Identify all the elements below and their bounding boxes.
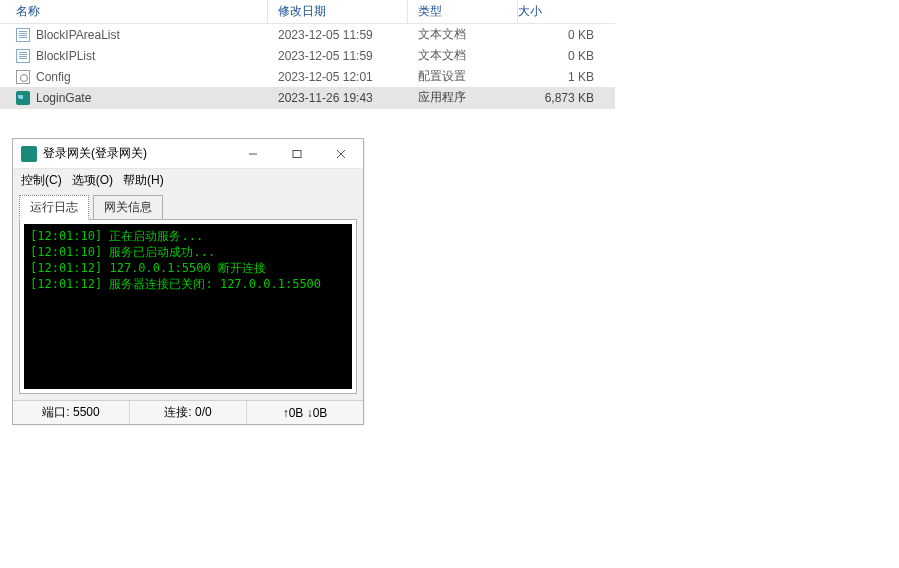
file-size: 0 KB	[518, 45, 608, 66]
file-date: 2023-12-05 11:59	[268, 45, 408, 66]
file-date: 2023-12-05 12:01	[268, 66, 408, 87]
window-controls	[231, 139, 363, 168]
minimize-button[interactable]	[231, 139, 275, 168]
file-name: Config	[36, 70, 71, 84]
tab-gateway-info[interactable]: 网关信息	[93, 195, 163, 220]
file-type: 应用程序	[408, 87, 518, 108]
file-name: LoginGate	[36, 91, 91, 105]
cfg-icon	[16, 70, 30, 84]
file-size: 0 KB	[518, 24, 608, 45]
doc-icon	[16, 49, 30, 63]
statusbar: 端口: 5500 连接: 0/0 ↑0B ↓0B	[13, 400, 363, 424]
status-port: 端口: 5500	[13, 401, 130, 424]
log-line: [12:01:12] 127.0.0.1:5500 断开连接	[30, 260, 346, 276]
file-size: 1 KB	[518, 66, 608, 87]
table-row[interactable]: LoginGate2023-11-26 19:43应用程序6,873 KB	[0, 87, 615, 108]
tab-strip: 运行日志 网关信息	[13, 191, 363, 220]
table-row[interactable]: BlockIPAreaList2023-12-05 11:59文本文档0 KB	[0, 24, 615, 45]
menu-help[interactable]: 帮助(H)	[123, 172, 164, 189]
column-header-date[interactable]: 修改日期	[268, 0, 408, 23]
file-type: 文本文档	[408, 24, 518, 45]
file-name: BlockIPList	[36, 49, 95, 63]
file-explorer: 名称 修改日期 类型 大小 BlockIPAreaList2023-12-05 …	[0, 0, 615, 109]
close-button[interactable]	[319, 139, 363, 168]
tab-run-log[interactable]: 运行日志	[19, 195, 89, 220]
table-row[interactable]: BlockIPList2023-12-05 11:59文本文档0 KB	[0, 45, 615, 66]
status-traffic: ↑0B ↓0B	[247, 401, 363, 424]
window-title: 登录网关(登录网关)	[43, 145, 231, 162]
svg-rect-1	[293, 150, 301, 157]
file-date: 2023-12-05 11:59	[268, 24, 408, 45]
maximize-button[interactable]	[275, 139, 319, 168]
menu-options[interactable]: 选项(O)	[72, 172, 113, 189]
column-header-size[interactable]: 大小	[518, 0, 608, 23]
login-gate-window: 登录网关(登录网关) 控制(C) 选项(O) 帮助(H) 运行日志 网关信息 […	[12, 138, 364, 425]
titlebar[interactable]: 登录网关(登录网关)	[13, 139, 363, 169]
explorer-body: BlockIPAreaList2023-12-05 11:59文本文档0 KBB…	[0, 24, 615, 108]
log-line: [12:01:10] 服务已启动成功...	[30, 244, 346, 260]
file-type: 配置设置	[408, 66, 518, 87]
file-type: 文本文档	[408, 45, 518, 66]
status-connections: 连接: 0/0	[130, 401, 247, 424]
file-name: BlockIPAreaList	[36, 28, 120, 42]
tab-content: [12:01:10] 正在启动服务...[12:01:10] 服务已启动成功..…	[19, 219, 357, 394]
log-line: [12:01:10] 正在启动服务...	[30, 228, 346, 244]
file-date: 2023-11-26 19:43	[268, 87, 408, 108]
log-console[interactable]: [12:01:10] 正在启动服务...[12:01:10] 服务已启动成功..…	[24, 224, 352, 389]
doc-icon	[16, 28, 30, 42]
app-icon	[16, 91, 30, 105]
status-down: 0B	[313, 406, 328, 420]
column-header-name[interactable]: 名称	[0, 0, 268, 23]
menubar: 控制(C) 选项(O) 帮助(H)	[13, 169, 363, 191]
status-up: 0B	[289, 406, 304, 420]
table-row[interactable]: Config2023-12-05 12:01配置设置1 KB	[0, 66, 615, 87]
app-icon	[21, 146, 37, 162]
log-line: [12:01:12] 服务器连接已关闭: 127.0.0.1:5500	[30, 276, 346, 292]
menu-control[interactable]: 控制(C)	[21, 172, 62, 189]
column-header-type[interactable]: 类型	[408, 0, 518, 23]
file-size: 6,873 KB	[518, 87, 608, 108]
explorer-header: 名称 修改日期 类型 大小	[0, 0, 615, 24]
